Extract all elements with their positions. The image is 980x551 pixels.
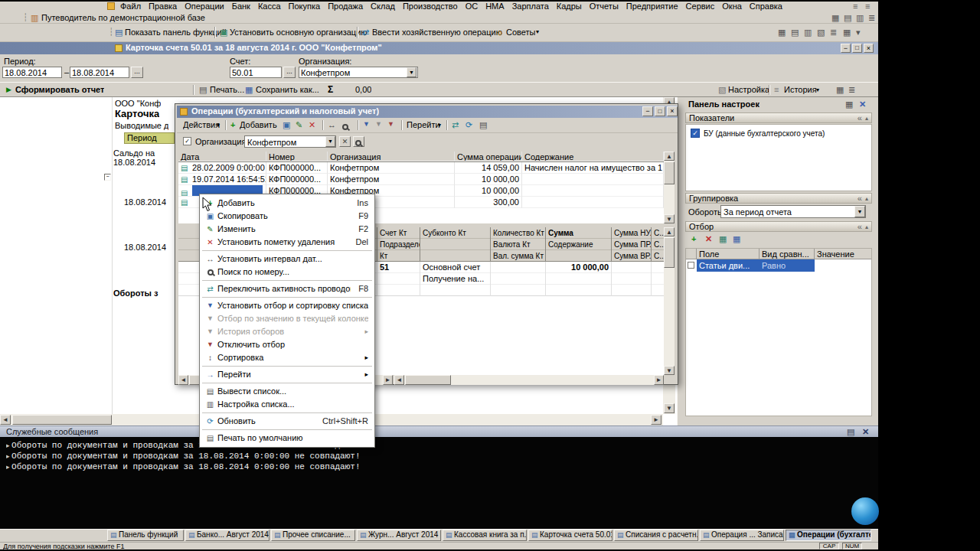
- scroll-left-icon[interactable]: ◄: [178, 375, 188, 385]
- scroll-up-icon[interactable]: ▲: [664, 227, 675, 236]
- period-picker-button[interactable]: ...: [131, 67, 143, 78]
- postings-hscroll-thumb[interactable]: [405, 375, 451, 385]
- menu-item-hr[interactable]: Кадры: [553, 2, 586, 11]
- dialog-titlebar[interactable]: Операции (бухгалтерский и налоговый учет…: [177, 106, 678, 118]
- menu-item-file[interactable]: Файл: [116, 2, 145, 11]
- filter-row-checkcell[interactable]: [686, 259, 697, 272]
- menu-item-nma[interactable]: НМА: [482, 2, 508, 11]
- ctx-toggle-activity[interactable]: ⇄ Переключить активность проводокF8: [200, 282, 374, 295]
- postings-vscroll-thumb[interactable]: [664, 237, 675, 268]
- refresh-icon[interactable]: ⟳: [466, 120, 472, 130]
- filter-col-field[interactable]: Поле: [697, 249, 760, 259]
- menu-item-edit[interactable]: Правка: [145, 2, 181, 11]
- settings-panel-close-icon[interactable]: ✕: [859, 99, 866, 109]
- taskbar-writeoffs[interactable]: ▤Списания с расчетн...: [614, 530, 698, 541]
- sum-sigma-button[interactable]: Σ: [328, 84, 333, 95]
- ctx-output-list[interactable]: ▤ Вывести список...: [200, 385, 374, 398]
- toolbar-icon-3[interactable]: ▥: [856, 13, 864, 23]
- actions-menu-button[interactable]: Действия: [183, 120, 220, 129]
- toolbar-icon-4[interactable]: ≣: [868, 13, 875, 23]
- menu-item-help[interactable]: Справка: [746, 2, 786, 11]
- messages-close-icon[interactable]: ✕: [862, 427, 869, 437]
- scroll-right-icon[interactable]: ►: [383, 375, 393, 385]
- ctx-date-interval[interactable]: ↔ Установить интервал дат...: [200, 253, 374, 266]
- enter-operation-button[interactable]: Ввести хозяйственную операцию: [372, 28, 502, 37]
- show-function-panel-button[interactable]: Показать панель функций: [125, 28, 227, 37]
- menu-item-bank[interactable]: Банк: [228, 2, 254, 11]
- filter-col-comparison[interactable]: Вид сравн...: [760, 249, 815, 259]
- collapse-section-icon-2[interactable]: ▴: [865, 195, 868, 202]
- scroll-down-icon[interactable]: ▼: [664, 214, 675, 223]
- ctx-add[interactable]: + ДобавитьIns: [200, 197, 374, 210]
- filter-off-icon[interactable]: ▼: [387, 120, 394, 128]
- org-combo[interactable]: Конфетпром: [299, 67, 418, 78]
- collapse-group-button[interactable]: −: [104, 174, 111, 181]
- ctx-edit[interactable]: ✎ ИзменитьF2: [200, 223, 374, 236]
- menu-overflow-icon[interactable]: ≡: [853, 2, 858, 11]
- collapse-section-icon[interactable]: ▴: [865, 115, 868, 122]
- toolbar-icon-1[interactable]: ▦: [831, 13, 839, 23]
- ctx-list-settings[interactable]: ▥ Настройка списка...: [200, 398, 374, 411]
- filter-row-checkbox[interactable]: [688, 262, 694, 269]
- org-filter-clear-icon[interactable]: ✕: [339, 136, 351, 147]
- report-titlebar[interactable]: Карточка счета 50.01 за 18 августа 2014 …: [0, 42, 878, 54]
- more-actions-icon[interactable]: ≣: [848, 85, 855, 95]
- filter-value-icon[interactable]: ▼: [375, 120, 382, 128]
- dtkt-icon[interactable]: ⇄: [452, 120, 459, 130]
- ctx-filter-sort[interactable]: ▼ Установить отбор и сортировку списка..…: [200, 299, 374, 312]
- taskbar-account-card[interactable]: ▤Карточка счета 50.01...: [528, 530, 612, 541]
- filter-sort-icon[interactable]: ▼: [363, 120, 370, 128]
- pin-left-icon[interactable]: «: [858, 113, 862, 122]
- filter-remove-icon[interactable]: ✕: [705, 234, 712, 244]
- maximize-button[interactable]: □: [852, 44, 862, 53]
- detail-col-qty[interactable]: Количество Кт Валюта Кт Вал. сумма Кт: [491, 227, 546, 262]
- menu-item-windows[interactable]: Окна: [718, 2, 746, 11]
- menu-item-os[interactable]: ОС: [462, 2, 482, 11]
- toolbar2-icon-4[interactable]: ▧: [817, 28, 825, 37]
- dialog-minimize-icon[interactable]: −: [642, 106, 653, 116]
- ctx-search-number[interactable]: Поиск по номеру...: [200, 266, 374, 279]
- guide-button[interactable]: Путеводитель по демонстрационной базе: [41, 13, 205, 22]
- filter-load-icon[interactable]: ▦: [733, 234, 740, 244]
- postings-vscrollbar[interactable]: ▲ ▼: [664, 227, 675, 375]
- toolbar2-icon-3[interactable]: ▥: [804, 28, 812, 37]
- set-main-org-button[interactable]: Установить основную организацию: [230, 28, 368, 37]
- detail-col-nu[interactable]: Сумма НУ... Сумма ПР... Сумма ВР...: [612, 227, 652, 262]
- bu-checkbox[interactable]: ✓: [691, 129, 700, 138]
- account-picker-button[interactable]: ...: [283, 67, 296, 78]
- messages-menu-icon[interactable]: ▤: [847, 427, 854, 437]
- menu-item-cash[interactable]: Касса: [254, 2, 285, 11]
- scroll-left-icon[interactable]: ◄: [0, 415, 11, 425]
- generate-report-button[interactable]: Сформировать отчет: [15, 85, 104, 94]
- detail-col-sum[interactable]: Сумма Содержание: [546, 227, 612, 262]
- history-caret-icon[interactable]: ▾: [816, 86, 819, 93]
- list-vscroll-thumb[interactable]: [664, 161, 675, 184]
- period-from-input[interactable]: 18.08.2014: [2, 67, 62, 78]
- pin-left-icon-3[interactable]: «: [858, 222, 862, 231]
- ctx-copy[interactable]: ▣ СкопироватьF9: [200, 210, 374, 223]
- actions-caret-icon[interactable]: ▾: [217, 122, 220, 129]
- scroll-right-icon[interactable]: ►: [651, 415, 662, 425]
- settings-panel-menu-icon[interactable]: ▦: [845, 99, 853, 109]
- ctx-sort[interactable]: ↕ Сортировка▸: [200, 351, 374, 364]
- menu-item-warehouse[interactable]: Склад: [367, 2, 399, 11]
- menu-item-service[interactable]: Сервис: [682, 2, 719, 11]
- menu-item-salary[interactable]: Зарплата: [508, 2, 553, 11]
- filter-save-icon[interactable]: ▦: [719, 234, 727, 244]
- collapse-section-icon-3[interactable]: ▴: [865, 223, 868, 230]
- scroll-down-icon[interactable]: ▼: [664, 366, 675, 375]
- col-number[interactable]: Номер: [266, 152, 328, 161]
- taskbar-cash-book[interactable]: ▤Кассовая книга за п...: [443, 530, 527, 541]
- panel-toggle-icon[interactable]: ▦: [836, 85, 844, 95]
- indicators-section-bar[interactable]: Показатели « ▴: [685, 112, 872, 123]
- ctx-mark-delete[interactable]: ✕ Установить пометку удаленияDel: [200, 236, 374, 249]
- turnover-combo[interactable]: За период отчета: [720, 205, 866, 218]
- org-filter-combo[interactable]: Конфетпром: [244, 135, 336, 148]
- filter-section-bar[interactable]: Отбор « ▴: [685, 221, 872, 232]
- messages-titlebar[interactable]: Служебные сообщения ▤ ✕: [0, 425, 878, 437]
- turnover-combo-arrow-icon[interactable]: ▼: [854, 206, 865, 217]
- menu-item-enterprise[interactable]: Предприятие: [622, 2, 682, 11]
- taskbar-journal[interactable]: ▤Журн... Август 2014 г: [357, 530, 441, 541]
- toolbar2-icon-6[interactable]: ▦: [843, 28, 851, 37]
- dialog-maximize-icon[interactable]: □: [655, 106, 665, 116]
